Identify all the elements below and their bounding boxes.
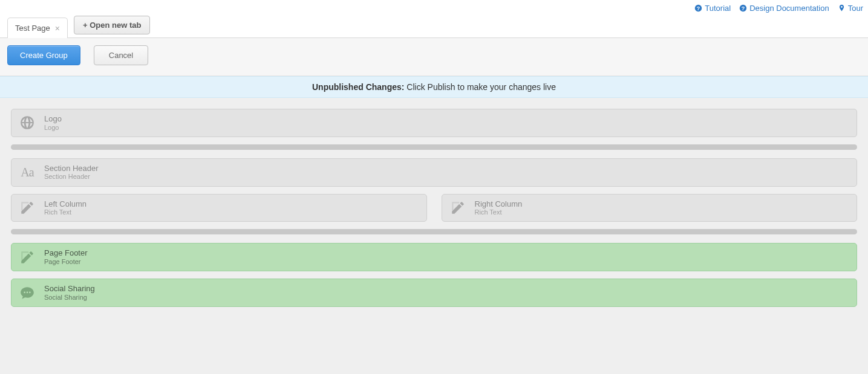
tour-label: Tour [848,4,863,13]
section-divider[interactable] [11,144,857,150]
block-labels: Right Column Rich Text [475,199,523,217]
block-subtitle: Rich Text [44,208,86,216]
svg-text:?: ? [697,5,700,11]
notice-strong: Unpublished Changes: [312,82,404,92]
block-subtitle: Social Sharing [44,294,95,301]
block-subtitle: Logo [44,124,62,132]
pencil-square-icon [19,249,36,266]
help-icon: ? [739,4,747,12]
create-group-button[interactable]: Create Group [7,45,80,65]
block-right-column[interactable]: Right Column Rich Text [442,194,858,222]
block-section-header[interactable]: Aa Section Header Section Header [11,158,857,187]
block-labels: Logo Logo [44,114,62,132]
block-title: Section Header [44,164,99,173]
block-title: Logo [44,114,62,124]
block-title: Page Footer [44,248,88,258]
block-logo[interactable]: Logo Logo [11,109,857,137]
globe-icon [19,114,36,131]
unpublished-notice: Unpublished Changes: Click Publish to ma… [0,76,868,98]
help-links: ? Tutorial ? Design Documentation Tour [0,0,868,14]
help-icon: ? [694,4,702,12]
block-subtitle: Section Header [44,173,99,181]
notice-text: Click Publish to make your changes live [406,82,556,92]
pin-icon [838,4,846,12]
svg-text:?: ? [742,5,745,11]
chat-bubble-icon [19,285,36,301]
block-title: Social Sharing [44,284,95,294]
tab-test-page[interactable]: Test Page × [7,18,68,38]
tour-link[interactable]: Tour [838,4,863,13]
block-subtitle: Page Footer [44,258,88,266]
pencil-square-icon [449,199,466,216]
tutorial-link[interactable]: ? Tutorial [694,4,731,13]
block-page-footer[interactable]: Page Footer Page Footer [11,243,857,271]
block-labels: Section Header Section Header [44,164,99,181]
text-aa-icon: Aa [19,164,36,181]
block-labels: Social Sharing Social Sharing [44,284,95,301]
block-labels: Left Column Rich Text [44,199,86,217]
cancel-button[interactable]: Cancel [94,45,148,65]
design-docs-link[interactable]: ? Design Documentation [739,4,829,13]
block-left-column[interactable]: Left Column Rich Text [11,194,427,222]
block-labels: Page Footer Page Footer [44,248,88,266]
block-title: Right Column [475,199,523,209]
close-icon[interactable]: × [55,24,60,33]
pencil-square-icon [19,199,36,216]
tab-label: Test Page [15,24,50,33]
tutorial-label: Tutorial [705,4,731,13]
action-toolbar: Create Group Cancel [0,38,868,76]
section-divider[interactable] [11,229,857,234]
block-subtitle: Rich Text [475,208,523,216]
block-social-sharing[interactable]: Social Sharing Social Sharing [11,279,857,307]
design-docs-label: Design Documentation [749,4,829,13]
layout-canvas: Logo Logo Aa Section Header Section Head… [0,98,868,374]
open-new-tab-button[interactable]: + Open new tab [74,16,150,34]
two-column-row: Left Column Rich Text Right Column Rich … [11,194,857,222]
tab-bar: Test Page × + Open new tab [0,14,868,38]
block-title: Left Column [44,199,86,209]
